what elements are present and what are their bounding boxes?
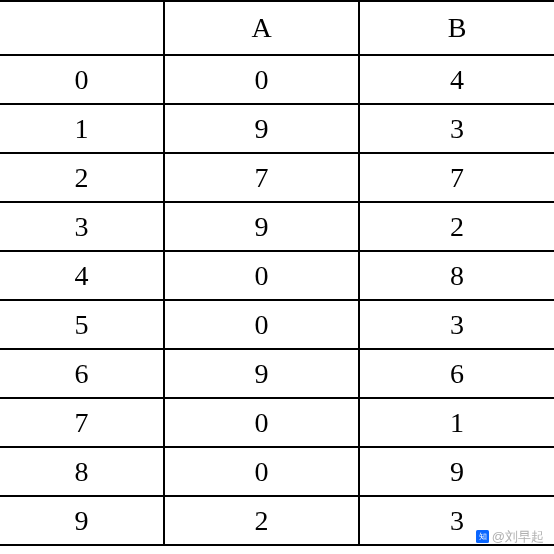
cell-index: 7 (0, 398, 164, 447)
cell-b: 1 (359, 398, 554, 447)
cell-b: 2 (359, 202, 554, 251)
cell-index: 6 (0, 349, 164, 398)
table-header-row: A B (0, 1, 554, 55)
table-row: 1 9 3 (0, 104, 554, 153)
watermark: 知 @刘早起 (476, 528, 544, 546)
cell-a: 0 (164, 447, 359, 496)
cell-b: 4 (359, 55, 554, 104)
table-row: 4 0 8 (0, 251, 554, 300)
svg-text:知: 知 (478, 532, 486, 541)
zhihu-icon: 知 (476, 530, 489, 546)
cell-index: 1 (0, 104, 164, 153)
cell-index: 8 (0, 447, 164, 496)
table-row: 9 2 3 (0, 496, 554, 545)
cell-b: 3 (359, 104, 554, 153)
header-col-a: A (164, 1, 359, 55)
cell-index: 9 (0, 496, 164, 545)
table-row: 5 0 3 (0, 300, 554, 349)
cell-a: 9 (164, 202, 359, 251)
cell-b: 3 (359, 300, 554, 349)
cell-b: 6 (359, 349, 554, 398)
cell-b: 9 (359, 447, 554, 496)
cell-a: 0 (164, 251, 359, 300)
cell-b: 8 (359, 251, 554, 300)
table-row: 3 9 2 (0, 202, 554, 251)
cell-index: 4 (0, 251, 164, 300)
table-row: 0 0 4 (0, 55, 554, 104)
table-row: 7 0 1 (0, 398, 554, 447)
table-row: 8 0 9 (0, 447, 554, 496)
cell-index: 3 (0, 202, 164, 251)
cell-a: 9 (164, 349, 359, 398)
table-row: 2 7 7 (0, 153, 554, 202)
cell-a: 0 (164, 55, 359, 104)
watermark-text: @刘早起 (492, 529, 544, 544)
cell-index: 0 (0, 55, 164, 104)
cell-b: 7 (359, 153, 554, 202)
cell-a: 2 (164, 496, 359, 545)
cell-a: 0 (164, 300, 359, 349)
cell-a: 9 (164, 104, 359, 153)
table-row: 6 9 6 (0, 349, 554, 398)
header-index (0, 1, 164, 55)
cell-a: 7 (164, 153, 359, 202)
cell-index: 5 (0, 300, 164, 349)
data-table: A B 0 0 4 1 9 3 2 7 7 3 9 2 4 0 8 (0, 0, 554, 546)
cell-a: 0 (164, 398, 359, 447)
header-col-b: B (359, 1, 554, 55)
cell-index: 2 (0, 153, 164, 202)
